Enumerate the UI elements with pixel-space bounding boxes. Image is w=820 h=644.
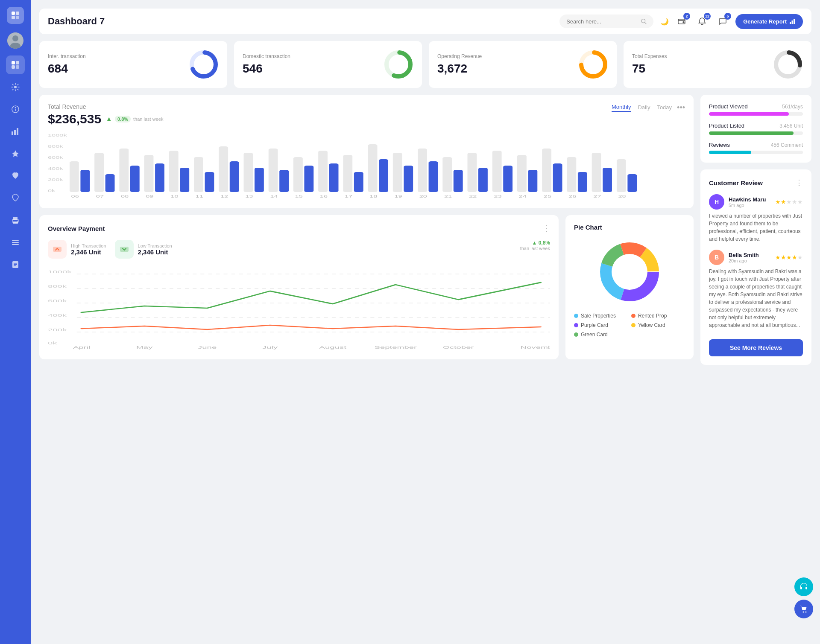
revenue-title: Total Revenue [48,103,163,110]
svg-rect-92 [578,172,587,192]
svg-rect-54 [105,174,115,192]
stat-value-2: 3,672 [437,62,482,76]
sidebar-item-print[interactable] [6,211,25,230]
svg-text:18: 18 [369,194,377,198]
svg-text:600k: 600k [48,155,63,160]
stat-label-3: Total Expenses [632,53,667,59]
right-panel: Product Viewed 561/days Product Listed 3… [700,95,811,365]
review-title: Customer Review [709,179,763,186]
svg-text:September: September [374,345,416,350]
svg-rect-51 [70,161,79,192]
svg-rect-23 [12,240,19,241]
reviewer-text-0: I viewed a number of properties with Jus… [709,212,803,243]
svg-rect-67 [269,149,278,192]
svg-rect-28 [14,264,17,265]
wallet-icon-btn[interactable]: 2 [674,14,689,29]
progress-value-0: 561/days [782,104,803,110]
generate-report-button[interactable]: Generate Report [735,14,803,29]
svg-rect-70 [304,166,313,192]
svg-text:800k: 800k [48,284,67,288]
svg-rect-60 [180,168,189,192]
svg-rect-75 [368,144,378,192]
sidebar-item-info[interactable] [6,100,25,119]
svg-text:0k: 0k [48,341,57,345]
tab-daily[interactable]: Daily [638,104,650,111]
sidebar-item-menu[interactable] [6,233,25,252]
cart-float-button[interactable] [794,600,813,618]
line-chart: 1000k 800k 600k 400k 200k 0k [48,265,550,351]
svg-rect-64 [230,161,239,192]
progress-fill-0 [709,112,789,116]
svg-point-33 [683,22,684,23]
svg-rect-35 [792,20,793,24]
revenue-tabs: Monthly Daily Today [612,104,672,112]
svg-rect-36 [794,19,795,24]
svg-text:28: 28 [618,194,626,198]
svg-rect-72 [329,163,339,192]
stat-card-revenue: Operating Revenue 3,672 [429,41,617,88]
tab-today[interactable]: Today [657,104,672,111]
svg-rect-24 [12,242,19,243]
svg-rect-94 [603,168,612,192]
sidebar-logo[interactable] [7,7,24,24]
svg-rect-71 [318,151,328,192]
sidebar [0,0,31,644]
stat-value-0: 684 [48,62,86,76]
high-trans-value: 2,346 Unit [71,248,106,256]
svg-text:12: 12 [220,194,228,198]
sidebar-item-heart[interactable] [6,166,25,185]
svg-rect-76 [379,159,388,192]
svg-text:26: 26 [568,194,576,198]
stat-card-domestic: Domestic transaction 546 [234,41,422,88]
svg-rect-68 [279,170,289,192]
revenue-more-dots[interactable]: ••• [677,103,685,112]
svg-point-146 [612,254,647,290]
svg-point-11 [14,86,17,88]
svg-text:22: 22 [469,194,477,198]
svg-text:06: 06 [71,194,79,198]
svg-text:June: June [198,345,217,350]
svg-text:20: 20 [419,194,427,198]
revenue-card: Total Revenue $236,535 ▲ 0.8% than last … [39,95,694,208]
sidebar-item-reports[interactable] [6,255,25,274]
see-more-reviews-button[interactable]: See More Reviews [709,339,803,356]
donut-1 [384,50,413,79]
svg-point-147 [803,612,804,613]
tab-monthly[interactable]: Monthly [612,104,631,112]
svg-rect-61 [194,157,203,192]
floating-buttons [794,577,813,618]
svg-rect-10 [16,65,19,69]
svg-marker-18 [12,150,19,157]
search-icon [641,18,647,25]
overview-payment-card: Overview Payment ⋮ H [39,215,559,359]
pie-legend: Sale Properties Rented Prop Purple Card [574,313,685,338]
svg-rect-82 [454,170,463,192]
sidebar-item-saved[interactable] [6,189,25,207]
reviewer-time-1: 20m ago [729,258,759,263]
theme-toggle[interactable]: 🌙 [660,17,669,26]
avatar[interactable] [7,32,23,49]
sidebar-item-dashboard[interactable] [6,55,25,74]
svg-text:16: 16 [320,194,328,198]
svg-rect-0 [12,12,15,15]
support-float-button[interactable] [794,577,813,596]
review-more-dots[interactable]: ⋮ [795,178,803,187]
overview-more-dots[interactable]: ⋮ [542,224,550,233]
progress-value-1: 3,456 Unit [779,123,803,129]
svg-text:25: 25 [544,194,551,198]
sidebar-item-analytics[interactable] [6,122,25,141]
sidebar-item-settings[interactable] [6,78,25,96]
search-input[interactable] [566,18,637,25]
sidebar-item-favorites[interactable] [6,144,25,163]
overview-change-label: than last week [520,246,550,251]
svg-rect-65 [244,153,253,192]
charts-area: Total Revenue $236,535 ▲ 0.8% than last … [39,95,694,365]
reviewer-name-1: Bella Smith [729,252,759,258]
svg-rect-17 [17,128,18,135]
bell-icon-btn[interactable]: 12 [694,14,710,29]
progress-fill-2 [709,151,751,154]
search-box[interactable] [559,15,653,28]
pie-chart-card: Pie Chart [565,215,694,359]
bell-badge: 12 [704,13,711,20]
chat-icon-btn[interactable]: 5 [715,14,730,29]
